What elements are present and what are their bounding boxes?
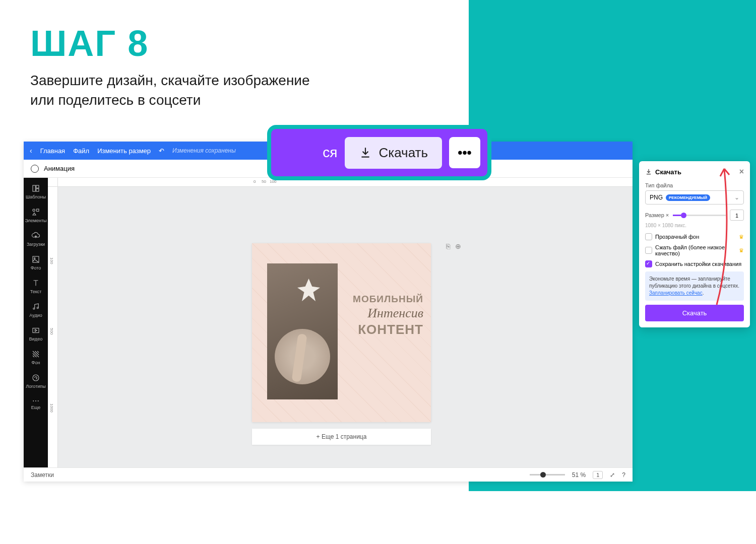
- duplicate-icon[interactable]: ⎘: [446, 242, 450, 250]
- page-indicator[interactable]: 1: [593, 471, 603, 479]
- sidebar-audio[interactable]: Аудио: [24, 298, 48, 322]
- nav-home[interactable]: Главная: [40, 147, 65, 155]
- sidebar-photos[interactable]: Фото: [24, 251, 48, 275]
- dimensions-text: 1080 × 1080 пикс.: [645, 223, 744, 228]
- canvas-area[interactable]: 0 50 100 100 500 1000 ⎘ ⊕: [48, 178, 633, 467]
- svg-rect-1: [36, 185, 39, 188]
- nav-file[interactable]: Файл: [73, 147, 89, 155]
- fullscreen-icon[interactable]: ⤢: [610, 471, 615, 479]
- sidebar-text[interactable]: Текст: [24, 275, 48, 298]
- add-icon[interactable]: ⊕: [455, 242, 461, 250]
- schedule-info-box: Экономьте время — запланируйте публикаци…: [645, 271, 744, 301]
- sidebar-elements[interactable]: Элементы: [24, 203, 48, 227]
- checkbox-checked-icon[interactable]: [645, 260, 652, 267]
- left-sidebar: Шаблоны Элементы Загрузки Фото Текст Ауд…: [24, 178, 48, 467]
- sidebar-more[interactable]: ⋯Еще: [24, 393, 48, 414]
- file-type-label: Тип файла: [645, 182, 744, 188]
- editor-window: ‹ Главная Файл Изменить размер ↶ Изменен…: [24, 142, 633, 482]
- size-value[interactable]: 1: [730, 210, 744, 221]
- svg-point-10: [33, 375, 39, 381]
- callout-highlight: ся Скачать •••: [267, 125, 491, 180]
- callout-more-button[interactable]: •••: [449, 137, 480, 168]
- checkbox-icon[interactable]: [645, 233, 652, 240]
- recommended-badge: РЕКОМЕНДУЕМЫЙ: [666, 194, 710, 201]
- step-title: ШАГ 8: [30, 23, 149, 64]
- svg-point-7: [33, 308, 35, 309]
- save-settings-option[interactable]: Сохранить настройки скачивания: [645, 260, 744, 267]
- sidebar-templates[interactable]: Шаблоны: [24, 180, 48, 203]
- size-slider[interactable]: [673, 215, 726, 216]
- zoom-value: 51 %: [572, 471, 586, 479]
- callout-download-button[interactable]: Скачать: [345, 137, 443, 169]
- callout-partial-text: ся: [323, 145, 337, 161]
- animation-icon[interactable]: [31, 165, 39, 173]
- add-page-button[interactable]: + Еще 1 страница: [252, 429, 431, 445]
- checkbox-icon[interactable]: [645, 247, 652, 254]
- svg-rect-9: [33, 328, 39, 333]
- size-label: Размер ×: [645, 212, 669, 218]
- sidebar-logos[interactable]: Логотипы: [24, 369, 48, 393]
- close-icon[interactable]: ×: [739, 167, 744, 176]
- download-icon: [359, 146, 372, 159]
- ruler-corner: [48, 178, 58, 187]
- sidebar-background[interactable]: Фон: [24, 346, 48, 369]
- notes-button[interactable]: Заметки: [31, 471, 54, 479]
- bottom-bar: Заметки 51 % 1 ⤢ ?: [24, 467, 633, 482]
- undo-icon[interactable]: ↶: [159, 147, 164, 155]
- design-text-block: МОБИЛЬНЫЙ Интенсив КОНТЕНТ: [353, 294, 423, 337]
- transparent-bg-option[interactable]: Прозрачный фон ♛: [645, 233, 744, 240]
- schedule-link[interactable]: Запланировать сейчас: [649, 290, 703, 296]
- compress-option[interactable]: Сжать файл (более низкое качество) ♛: [645, 244, 744, 256]
- svg-point-3: [33, 209, 35, 212]
- svg-rect-4: [37, 209, 39, 212]
- download-panel: Скачать × Тип файла PNG РЕКОМЕНДУЕМЫЙ ⌄ …: [639, 161, 750, 327]
- design-photo: [267, 263, 338, 399]
- flower-graphic: [297, 279, 320, 301]
- chevron-down-icon: ⌄: [734, 194, 739, 201]
- svg-point-6: [34, 258, 35, 259]
- back-icon[interactable]: ‹: [30, 147, 32, 155]
- step-description: Завершите дизайн, скачайте изображение и…: [30, 71, 310, 110]
- file-type-select[interactable]: PNG РЕКОМЕНДУЕМЫЙ ⌄: [645, 190, 744, 205]
- svg-rect-0: [33, 185, 35, 191]
- design-page[interactable]: МОБИЛЬНЫЙ Интенсив КОНТЕНТ: [252, 243, 431, 422]
- page-action-icons: ⎘ ⊕: [446, 242, 461, 250]
- zoom-slider[interactable]: [530, 474, 565, 475]
- nav-resize[interactable]: Изменить размер: [97, 147, 151, 155]
- help-icon[interactable]: ?: [622, 471, 625, 479]
- svg-point-8: [37, 307, 38, 309]
- panel-title: Скачать: [655, 168, 681, 176]
- sidebar-video[interactable]: Видео: [24, 322, 48, 346]
- sidebar-uploads[interactable]: Загрузки: [24, 227, 48, 251]
- ruler-vertical: 100 500 1000: [48, 187, 58, 467]
- download-icon: [645, 168, 652, 175]
- download-button[interactable]: Скачать: [645, 305, 744, 321]
- save-status: Изменения сохранены: [172, 147, 236, 154]
- animation-label[interactable]: Анимация: [44, 165, 75, 172]
- crown-icon: ♛: [739, 234, 744, 240]
- svg-rect-2: [36, 189, 39, 191]
- crown-icon: ♛: [739, 247, 744, 254]
